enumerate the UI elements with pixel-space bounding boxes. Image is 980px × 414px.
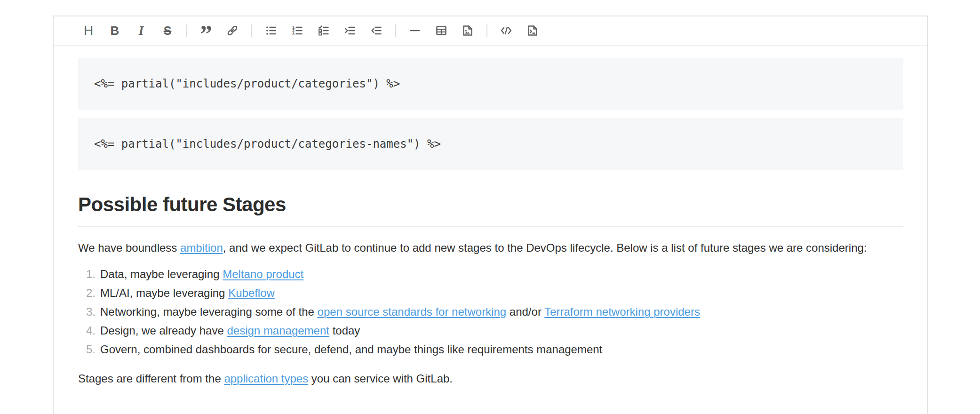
heading-button[interactable]: H bbox=[78, 20, 99, 41]
inline-link[interactable]: Meltano product bbox=[223, 268, 303, 280]
code-text: <%= partial("includes/product/categories… bbox=[94, 137, 441, 151]
editor-content[interactable]: <%= partial("includes/product/categories… bbox=[54, 46, 927, 388]
task-list-button[interactable] bbox=[313, 20, 334, 41]
code-text: <%= partial("includes/product/categories… bbox=[94, 77, 400, 90]
inline-link[interactable]: open source standards for networking bbox=[318, 305, 507, 318]
unordered-list-button[interactable] bbox=[261, 20, 281, 41]
section-heading[interactable]: Possible future Stages bbox=[78, 193, 903, 227]
unordered-list-icon bbox=[265, 24, 277, 37]
svg-text:3: 3 bbox=[292, 32, 295, 36]
ordered-list-icon: 123 bbox=[291, 24, 303, 37]
inline-code-button[interactable] bbox=[496, 20, 517, 41]
inline-link[interactable]: ambition bbox=[180, 241, 223, 254]
markdown-editor: HBIS”123 <%= partial("includes/product/c… bbox=[53, 16, 928, 414]
outro-paragraph[interactable]: Stages are different from the applicatio… bbox=[78, 369, 903, 388]
heading-icon: H bbox=[84, 23, 93, 38]
image-icon bbox=[462, 24, 474, 37]
inline-link[interactable]: design management bbox=[227, 324, 329, 337]
table-icon bbox=[435, 24, 447, 37]
link-icon bbox=[226, 24, 239, 37]
outdent-button[interactable] bbox=[366, 20, 387, 41]
page: { "toolbar": { "items": [ {"name": "head… bbox=[0, 0, 980, 414]
editor-toolbar: HBIS”123 bbox=[54, 16, 927, 46]
italic-button[interactable]: I bbox=[131, 20, 151, 41]
task-list-icon bbox=[318, 24, 330, 37]
image-button[interactable] bbox=[457, 20, 478, 41]
strike-button[interactable]: S bbox=[157, 20, 178, 41]
ordered-list-button[interactable]: 123 bbox=[287, 20, 308, 41]
outdent-icon bbox=[370, 24, 382, 37]
toolbar-divider bbox=[186, 24, 187, 37]
future-stages-list: Data, maybe leveraging Meltano productML… bbox=[78, 265, 903, 359]
code-block-button[interactable] bbox=[522, 20, 543, 41]
link-button[interactable] bbox=[222, 20, 243, 41]
italic-icon: I bbox=[139, 24, 144, 38]
indent-button[interactable] bbox=[340, 20, 360, 41]
toolbar-divider bbox=[251, 24, 252, 37]
list-item[interactable]: Networking, maybe leveraging some of the… bbox=[100, 303, 903, 321]
table-button[interactable] bbox=[431, 20, 452, 41]
list-item[interactable]: Design, we already have design managemen… bbox=[100, 321, 903, 340]
inline-link[interactable]: Kubeflow bbox=[228, 287, 275, 299]
code-block-icon bbox=[526, 24, 539, 37]
list-item[interactable]: ML/AI, maybe leveraging Kubeflow bbox=[100, 284, 903, 303]
code-blocks: <%= partial("includes/product/categories… bbox=[78, 58, 903, 170]
inline-link[interactable]: application types bbox=[224, 372, 308, 385]
horizontal-rule-icon bbox=[409, 24, 421, 37]
list-item[interactable]: Govern, combined dashboards for secure, … bbox=[100, 340, 903, 359]
indent-icon bbox=[344, 24, 356, 37]
horizontal-rule-button[interactable] bbox=[405, 20, 425, 41]
list-item[interactable]: Data, maybe leveraging Meltano product bbox=[100, 265, 903, 284]
bold-icon: B bbox=[111, 24, 120, 38]
inline-code-icon bbox=[500, 24, 512, 37]
blockquote-button[interactable]: ” bbox=[196, 20, 216, 41]
strike-icon: S bbox=[164, 24, 172, 38]
blockquote-icon: ” bbox=[200, 24, 212, 37]
bold-button[interactable]: B bbox=[104, 20, 125, 41]
toolbar-divider bbox=[395, 24, 396, 37]
toolbar-divider bbox=[486, 24, 487, 37]
code-block[interactable]: <%= partial("includes/product/categories… bbox=[78, 58, 903, 110]
code-block[interactable]: <%= partial("includes/product/categories… bbox=[78, 118, 903, 170]
intro-paragraph[interactable]: We have boundless ambition, and we expec… bbox=[78, 239, 903, 257]
inline-link[interactable]: Terraform networking providers bbox=[544, 305, 700, 318]
